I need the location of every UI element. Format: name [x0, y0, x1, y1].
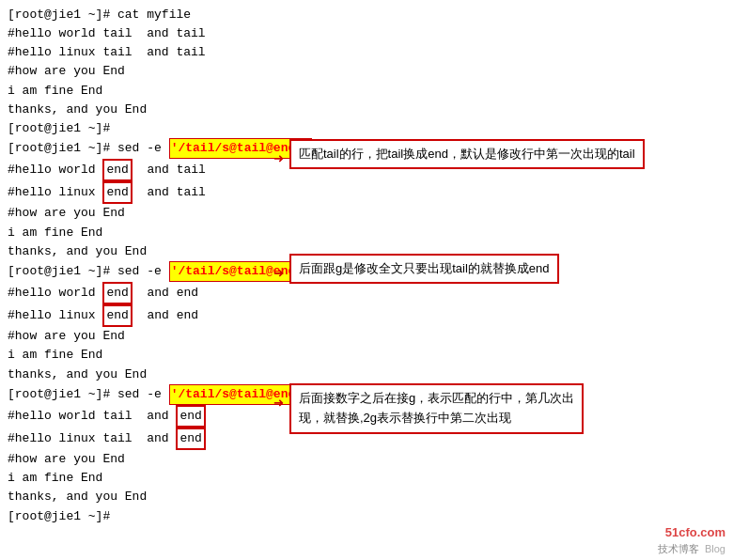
text-3: #hello linux tail and tail — [8, 43, 206, 62]
arrow-3: ➜ — [273, 393, 284, 413]
line-3: #hello linux tail and tail — [8, 43, 725, 62]
line-r1c: #how are you End — [8, 204, 725, 223]
line-r3d: i am fine End — [8, 469, 725, 488]
watermark-site: 51cfo.com — [658, 524, 725, 541]
annotation-3-text: 后面接数字之后在接g，表示匹配的行中，第几次出现，就替换,2g表示替换行中第二次… — [299, 391, 574, 425]
annotation-3: 后面接数字之后在接g，表示匹配的行中，第几次出现，就替换,2g表示替换行中第二次… — [289, 383, 584, 434]
watermark-label: 技术博客 Blog — [658, 542, 725, 556]
res3b-box: end — [176, 428, 205, 450]
arrow-1: ➜ — [273, 148, 284, 169]
line-r2d: i am fine End — [8, 346, 725, 365]
res1b-box: end — [102, 181, 132, 204]
line-1: [root@jie1 ~]# cat myfile — [8, 6, 725, 24]
line-r2c: #how are you End — [8, 327, 725, 346]
res1a-box: end — [102, 159, 132, 181]
res1b-text: #hello linux — [8, 183, 102, 202]
res2b-text: #hello linux — [8, 306, 102, 325]
line-final: [root@jie1 ~]# — [8, 507, 725, 526]
text-7: [root@jie1 ~]# — [8, 119, 110, 138]
annotation-1: 匹配tail的行，把tail换成end，默认是修改行中第一次出现的tail — [289, 139, 645, 169]
watermark-blog: Blog — [705, 543, 725, 554]
result-1b: #hello linux end and tail — [8, 181, 725, 204]
cmd1-prompt: [root@jie1 ~]# sed -e — [8, 139, 169, 158]
line-7: [root@jie1 ~]# — [8, 119, 725, 138]
res3a-box: end — [176, 405, 205, 428]
prompt-1: [root@jie1 ~]# cat myfile — [8, 6, 191, 24]
text-2: #hello world tail and tail — [8, 24, 206, 43]
annotation-2-text: 后面跟g是修改全文只要出现tail的就替换成end — [299, 261, 550, 275]
annotation-1-text: 匹配tail的行，把tail换成end，默认是修改行中第一次出现的tail — [299, 147, 635, 161]
line-r2e: thanks, and you End — [8, 366, 725, 384]
line-4: #how are you End — [8, 62, 725, 81]
line-2: #hello world tail and tail — [8, 24, 725, 43]
res3b-text: #hello linux tail and — [8, 429, 176, 448]
res2b-box: end — [102, 304, 132, 327]
text-6: thanks, and you End — [8, 101, 147, 119]
text-4: #how are you End — [8, 62, 125, 81]
text-5: i am fine End — [8, 82, 102, 101]
result-2b: #hello linux end and end — [8, 304, 725, 327]
cmd3-prompt: [root@jie1 ~]# sed -e — [8, 385, 169, 404]
res1a-after: and tail — [133, 161, 206, 179]
line-6: thanks, and you End — [8, 101, 725, 119]
line-r3c: #how are you End — [8, 450, 725, 469]
arrow-2: ➜ — [273, 263, 284, 284]
res2a-after: and end — [133, 284, 198, 303]
res1a-text: #hello world — [8, 161, 102, 179]
annotation-2: 后面跟g是修改全文只要出现tail的就替换成end — [289, 254, 559, 284]
res1b-after: and tail — [133, 183, 206, 202]
line-r3e: thanks, and you End — [8, 488, 725, 506]
line-5: i am fine End — [8, 82, 725, 101]
res2b-after: and end — [133, 306, 198, 325]
res3a-text: #hello world tail and — [8, 407, 176, 426]
res2a-box: end — [102, 282, 132, 304]
line-r1d: i am fine End — [8, 224, 725, 242]
watermark: 51cfo.com 技术博客 Blog — [658, 524, 725, 556]
res2a-text: #hello world — [8, 284, 102, 303]
result-2a: #hello world end and end — [8, 282, 725, 304]
cmd2-prompt: [root@jie1 ~]# sed -e — [8, 262, 169, 281]
